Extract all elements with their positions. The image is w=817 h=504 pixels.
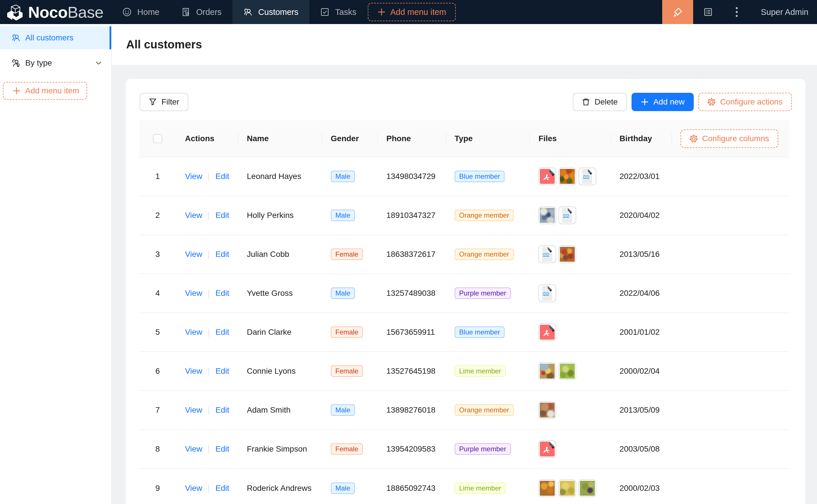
svg-text:DOC: DOC <box>582 175 590 179</box>
svg-text:DOC: DOC <box>562 214 570 218</box>
svg-text:DOC: DOC <box>542 292 550 296</box>
svg-text:DOC: DOC <box>542 253 550 257</box>
